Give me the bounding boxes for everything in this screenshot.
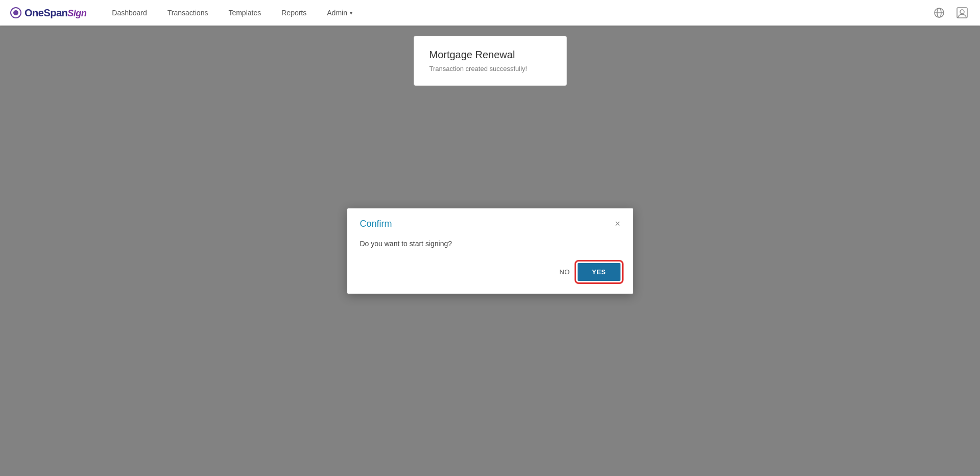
nav-templates[interactable]: Templates	[218, 0, 271, 26]
nav-transactions[interactable]: Transactions	[157, 0, 219, 26]
modal-header: Confirm ×	[347, 208, 633, 234]
logo-icon	[10, 7, 21, 18]
modal-footer: NO YES	[347, 263, 633, 294]
navbar: OneSpanSign Dashboard Transactions Templ…	[0, 0, 980, 26]
globe-icon[interactable]	[931, 5, 947, 20]
confirm-modal: Confirm × Do you want to start signing? …	[347, 208, 633, 294]
logo-icon-inner	[13, 10, 18, 15]
nav-admin[interactable]: Admin ▾	[317, 0, 363, 26]
logo-text: OneSpanSign	[25, 7, 86, 19]
logo: OneSpanSign	[10, 7, 86, 19]
nav-links: Dashboard Transactions Templates Reports…	[102, 0, 363, 26]
modal-body: Do you want to start signing?	[347, 234, 633, 263]
no-button[interactable]: NO	[559, 268, 570, 276]
user-icon[interactable]	[954, 5, 970, 20]
nav-right	[931, 5, 970, 20]
svg-point-4	[960, 10, 964, 14]
nav-dashboard[interactable]: Dashboard	[102, 0, 157, 26]
logo-sign: Sign	[67, 8, 86, 18]
modal-title: Confirm	[360, 219, 392, 229]
modal-backdrop: Confirm × Do you want to start signing? …	[0, 26, 980, 476]
modal-question: Do you want to start signing?	[360, 240, 620, 248]
modal-close-button[interactable]: ×	[615, 219, 620, 228]
nav-reports[interactable]: Reports	[271, 0, 317, 26]
chevron-down-icon: ▾	[350, 10, 352, 16]
yes-button[interactable]: YES	[578, 263, 620, 281]
